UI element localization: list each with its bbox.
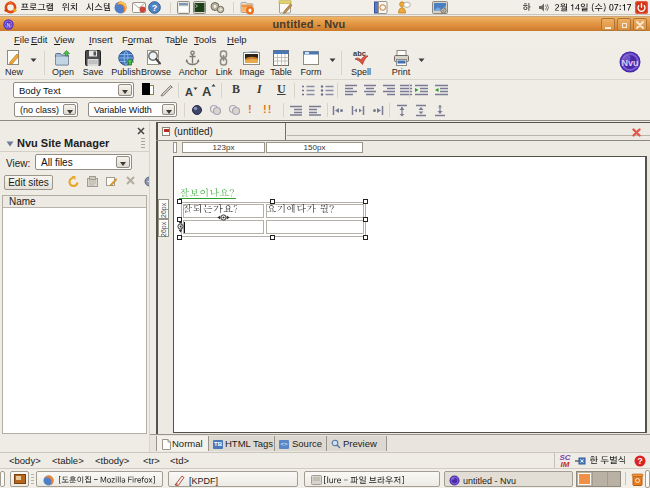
- svg-text:A: A: [185, 86, 193, 97]
- svg-text:?: ?: [637, 456, 643, 466]
- svg-text:A: A: [202, 84, 212, 97]
- svg-text:?: ?: [152, 3, 158, 13]
- svg-text:Nvu: Nvu: [621, 58, 638, 68]
